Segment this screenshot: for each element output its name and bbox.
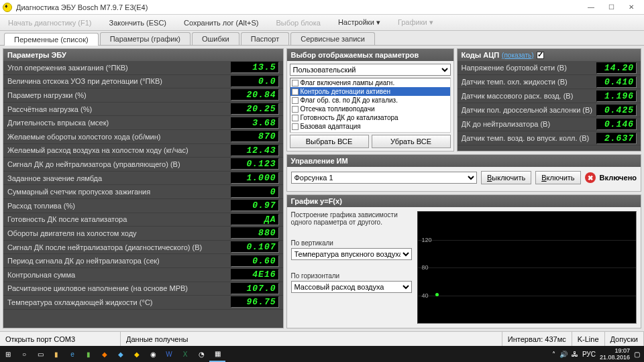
- param-row[interactable]: Сигнал ДК после нейтрализатора (диагност…: [3, 241, 283, 255]
- tray-notifications-icon[interactable]: ▢: [634, 351, 640, 358]
- adc-row[interactable]: Напряжение бортовой сети (В)14.20: [458, 61, 641, 75]
- deselect-all-button[interactable]: Убрать ВСЕ: [372, 135, 451, 148]
- list-item[interactable]: Флаг обр. св. по ДК до катализ.: [290, 96, 450, 105]
- ecu-params-body[interactable]: Угол опережения зажигания (°ПКВ)13.5Вели…: [3, 61, 283, 328]
- param-row[interactable]: Желаемые обороты холостого хода (об/мин)…: [3, 130, 283, 144]
- tab-passport[interactable]: Паспорт: [241, 32, 290, 45]
- adc-row[interactable]: Датчик темп. возд. во впуск. колл. (В)2.…: [458, 131, 641, 145]
- app-icon-2[interactable]: ◆: [113, 346, 129, 362]
- adc-row[interactable]: Датчик пол. дроссельной заслонки (В)0.42…: [458, 103, 641, 117]
- minimize-button[interactable]: —: [581, 1, 601, 13]
- adc-show-link[interactable]: (показать): [502, 52, 533, 59]
- list-item[interactable]: Контроль детонации активен: [290, 87, 450, 96]
- preset-select[interactable]: Пользовательский: [290, 64, 451, 76]
- tray-chevron-up-icon[interactable]: ˄: [552, 351, 555, 358]
- param-row[interactable]: Расход топлива (%)0.97: [3, 199, 283, 213]
- main-tabs: Переменные (список) Параметры (график) О…: [0, 31, 644, 46]
- param-value: 1.000: [231, 172, 279, 184]
- tab-variables-list[interactable]: Переменные (список): [4, 33, 99, 46]
- param-row[interactable]: Обороты двигателя на холостом ходу880: [3, 227, 283, 241]
- adc-body[interactable]: Напряжение бортовой сети (В)14.20Датчик …: [458, 61, 641, 151]
- word-icon[interactable]: W: [161, 346, 177, 362]
- adc-value: 0.425: [596, 105, 637, 116]
- param-listbox[interactable]: Флаг включения лампы диагн.Контроль дето…: [290, 78, 451, 133]
- checkbox-icon[interactable]: [292, 123, 299, 130]
- param-row[interactable]: Длительность впрыска (мсек)3.68: [3, 116, 283, 130]
- menu-select-block: Выбор блока: [272, 17, 324, 28]
- list-item-label: Готовность ДК до катализатора: [301, 114, 398, 121]
- menu-save-log[interactable]: Сохранить лог (Alt+S): [180, 17, 262, 28]
- turn-off-button[interactable]: Выключить: [481, 171, 531, 184]
- param-value: 0.0: [231, 76, 279, 87]
- tab-parameters-graph[interactable]: Параметры (график): [100, 32, 191, 45]
- list-item[interactable]: Флаг включения лампы диагн.: [290, 78, 450, 87]
- param-row[interactable]: Суммарный счетчик пропусков зажигания0: [3, 185, 283, 199]
- menu-finish[interactable]: Закончить (ESC): [105, 17, 170, 28]
- search-icon[interactable]: ○: [16, 346, 32, 362]
- excel-icon[interactable]: X: [177, 346, 193, 362]
- app-icon-1[interactable]: ◆: [97, 346, 113, 362]
- adc-value: 0.146: [596, 119, 637, 130]
- list-item[interactable]: Базовая адаптация: [290, 122, 450, 131]
- actuator-select[interactable]: Форсунка 1: [291, 172, 477, 184]
- chrome-icon[interactable]: ◉: [145, 346, 161, 362]
- turn-on-button[interactable]: Включить: [535, 171, 580, 184]
- clock-icon[interactable]: ◔: [193, 346, 209, 362]
- checkbox-icon[interactable]: [292, 88, 299, 95]
- param-row[interactable]: Контрольная сумма4E16: [3, 268, 283, 282]
- param-row[interactable]: Величина отскока УОЗ при детонации (°ПКВ…: [3, 75, 283, 89]
- adc-row[interactable]: ДК до нейтрализатора (В)0.146: [458, 117, 641, 131]
- adc-show-checkbox[interactable]: [537, 52, 544, 59]
- graph-vertical-select[interactable]: Температура впускного воздуха: [291, 248, 412, 260]
- adc-row[interactable]: Датчик массового расх. возд. (В)1.196: [458, 89, 641, 103]
- tray-lang[interactable]: РУС: [582, 351, 596, 358]
- checkbox-icon[interactable]: [292, 106, 299, 113]
- explorer-icon[interactable]: ▮: [48, 346, 64, 362]
- tray-volume-icon[interactable]: 🔊: [559, 351, 568, 358]
- checkbox-icon[interactable]: [292, 80, 299, 86]
- adc-label: ДК до нейтрализатора (В): [462, 120, 597, 128]
- window-titlebar: Диагностика ЭБУ Bosch M7.9.7 E3(E4) — ☐ …: [0, 0, 644, 15]
- maximize-button[interactable]: ☐: [601, 1, 621, 13]
- app-running-icon[interactable]: ▦: [209, 346, 225, 362]
- adc-row[interactable]: Датчик темп. охл. жидкости (В)0.410: [458, 75, 641, 89]
- task-view-icon[interactable]: ▭: [32, 346, 48, 362]
- close-button[interactable]: ✕: [621, 1, 641, 13]
- select-all-button[interactable]: Выбрать ВСЕ: [290, 135, 369, 148]
- status-port[interactable]: Открыть порт COM3: [0, 332, 121, 346]
- param-row[interactable]: Угол опережения зажигания (°ПКВ)13.5: [3, 61, 283, 75]
- param-row[interactable]: Температура охлаждающей жидкости (°С)96.…: [3, 296, 283, 310]
- list-item[interactable]: Готовность ДК до катализатора: [290, 113, 450, 122]
- param-value: 12.43: [231, 145, 279, 156]
- adc-value: 2.637: [596, 133, 637, 144]
- status-tolerance[interactable]: Допуски: [605, 332, 644, 346]
- store-icon[interactable]: ▮: [80, 346, 97, 362]
- statusbar: Открыть порт COM3 Данные получены Интерв…: [0, 331, 644, 346]
- param-row[interactable]: Расчитанное цикловое наполнение (на осно…: [3, 282, 283, 296]
- edge-icon[interactable]: e: [64, 346, 80, 362]
- window-title: Диагностика ЭБУ Bosch M7.9.7 E3(E4): [16, 3, 581, 11]
- param-row[interactable]: Параметр нагрузки (%)20.84: [3, 88, 283, 103]
- app-icon-3[interactable]: ◆: [129, 346, 145, 362]
- tab-errors[interactable]: Ошибки: [192, 32, 239, 45]
- start-button[interactable]: ⊞: [0, 346, 16, 362]
- param-row[interactable]: Период сигнала ДК до нейтрализатора (сек…: [3, 254, 283, 268]
- data-point: [435, 293, 439, 296]
- graph-horizontal-select[interactable]: Массовый расход воздуха: [291, 281, 412, 293]
- param-row[interactable]: Рассчётная нагрузка (%)20.25: [3, 103, 283, 117]
- menu-settings[interactable]: Настройки ▾: [334, 17, 384, 28]
- param-row[interactable]: Желаемый расход воздуха на холостом ходу…: [3, 144, 283, 158]
- checkbox-icon[interactable]: [292, 97, 299, 104]
- checkbox-icon[interactable]: [292, 115, 299, 121]
- y-tick: 80: [422, 264, 429, 271]
- error-icon: ✖: [585, 172, 596, 183]
- param-row[interactable]: Сигнал ДК до нейтрализатора (управляющег…: [3, 158, 283, 172]
- status-protocol: K-Line: [572, 332, 605, 346]
- tray-clock[interactable]: 19:0721.08.2016: [600, 347, 630, 361]
- param-row[interactable]: Заданное значение лямбда1.000: [3, 172, 283, 186]
- tray-network-icon[interactable]: 🖧: [572, 351, 578, 358]
- param-row[interactable]: Готовность ДК после катализатораДА: [3, 213, 283, 227]
- graph-plot[interactable]: 120 80 40: [417, 211, 637, 324]
- tab-service-records[interactable]: Сервисные записи: [290, 32, 375, 45]
- list-item[interactable]: Отсечка топливоподачи: [290, 105, 450, 113]
